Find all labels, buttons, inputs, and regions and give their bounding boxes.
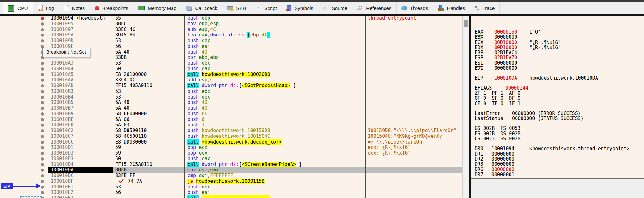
disasm-row[interactable]: 100010D4FF15 2C5A0110call dword ptr ds:[… <box>0 162 462 168</box>
tab-notes[interactable]: Notes <box>59 2 90 14</box>
disasm-row[interactable]: 100010CCE8 DD030000call <howdoesthiswork… <box>0 139 462 145</box>
disasm-row[interactable]: 1000109D53push ebx <box>0 38 462 44</box>
disasm-row[interactable]: 100010958BECmov ebp,esp <box>0 21 462 27</box>
register-value[interactable]: 100010DA <box>494 75 517 81</box>
register-value[interactable]: 00000000 <box>512 116 535 121</box>
disasm-row[interactable]: 100010BE6A 06push 6 <box>0 117 462 123</box>
disasm-row[interactable]: 100010DF74 7Aje howdoesthiswork.1000115B <box>0 179 462 184</box>
disasm-row[interactable]: 100010B453push ebx <box>0 94 462 100</box>
register-row[interactable]: EAX00000150L'Ő' <box>475 29 641 35</box>
register-row[interactable]: DR010001094<howdoesthiswork.thread_entry… <box>475 146 641 151</box>
tab-symbols[interactable]: Symbols <box>282 2 318 14</box>
register-value[interactable]: 00000244 <box>505 85 528 91</box>
register-value[interactable]: 00000000 <box>494 34 517 40</box>
tab-call-stack[interactable]: Call Stack <box>181 2 222 14</box>
disasm-row[interactable]: 100010E153push ebx <box>0 184 462 190</box>
breakpoint-dot[interactable] <box>41 118 44 121</box>
tab-trace[interactable]: Trace <box>470 2 500 14</box>
breakpoint-dot[interactable] <box>41 79 44 82</box>
register-row[interactable]: EBX00000000 <box>475 35 641 40</box>
breakpoint-dot[interactable] <box>41 73 44 76</box>
disasm-row[interactable]: 100010C268 D8590110push howdoesthiswork.… <box>0 128 462 134</box>
register-value[interactable]: 00000000 <box>512 111 535 116</box>
breakpoint-dot[interactable] <box>41 112 44 116</box>
register-row[interactable]: EDI00000000 <box>475 66 641 71</box>
breakpoint-dot[interactable] <box>41 169 44 172</box>
disasm-row[interactable]: 100010C768 4C500110push howdoesthiswork.… <box>0 134 462 139</box>
breakpoint-dot[interactable] <box>41 191 44 194</box>
register-value[interactable]: 00000000 <box>491 151 514 157</box>
register-row[interactable]: DR300000000 <box>475 162 641 167</box>
register-row[interactable]: ESI00000000 <box>475 61 641 66</box>
disasm-row[interactable]: 100010DA8BF0mov esi,eax <box>0 167 462 173</box>
disasm-row[interactable]: 100010E256push esi <box>0 190 462 195</box>
tab-seh[interactable]: SEH <box>222 2 251 14</box>
register-value[interactable]: 00000000 <box>491 167 514 172</box>
disasm-row[interactable]: 1000109A8D45 B4lea eax,dword ptr ss:[ebp… <box>0 32 462 38</box>
register-value[interactable]: 00000000 <box>494 60 517 66</box>
register-row[interactable]: DR200000000 <box>475 156 641 162</box>
disasm-row[interactable]: 100010A5E8 26100000call howdoesthiswork.… <box>0 72 462 78</box>
disasm-row[interactable]: 100010C06A 03push 3 <box>0 122 462 128</box>
breakpoint-dot[interactable] <box>41 62 44 65</box>
register-value[interactable]: 10001094 <box>491 146 514 151</box>
breakpoint-dot[interactable] <box>41 96 44 99</box>
disasm-row[interactable]: 100010D159pop ecxecx:"¿R›,¶\x16" <box>0 145 462 150</box>
disasm-scrollbar[interactable] <box>462 16 469 198</box>
register-row[interactable]: EIP100010DAhowdoesthiswork.100010DA <box>475 75 641 80</box>
disasm-row[interactable]: 100010A353push ebx <box>0 61 462 66</box>
register-row[interactable]: EBP02B1FAC4 <box>475 50 641 55</box>
register-row[interactable]: ECX00D10000"¿R›,¶\x16" <box>475 40 641 45</box>
register-value[interactable]: 00000000 <box>494 65 517 71</box>
register-row[interactable]: DR100000000 <box>475 151 641 156</box>
breakpoint-dot[interactable] <box>41 39 44 42</box>
tab-log[interactable]: Log <box>33 2 59 14</box>
breakpoint-dot[interactable] <box>41 146 44 149</box>
register-value[interactable]: 00000000 <box>491 161 514 167</box>
register-value[interactable]: 00000150 <box>494 29 517 35</box>
breakpoint-dot[interactable] <box>41 28 44 31</box>
tab-breakpoints[interactable]: Breakpoints <box>90 2 133 14</box>
disasm-row[interactable]: 10001094 <howdoesth55push ebpthread_entr… <box>0 16 462 21</box>
breakpoint-dot[interactable] <box>41 90 44 93</box>
disasm-row[interactable]: 100010ADFF15 405A0110call dword ptr ds:[… <box>0 83 462 89</box>
disasm-row[interactable]: 1000109783EC 4Csub esp,4C <box>0 27 462 33</box>
breakpoint-dot[interactable] <box>41 152 44 155</box>
register-row[interactable]: EDX00D10000"¿R›,¶\x16" <box>475 45 641 50</box>
register-value[interactable]: 02B1FAC4 <box>494 50 517 55</box>
breakpoint-dot[interactable] <box>41 163 44 166</box>
tab-handles[interactable]: Handles <box>433 2 470 14</box>
breakpoint-dot[interactable] <box>41 135 44 138</box>
breakpoint-dot[interactable] <box>41 124 44 127</box>
breakpoint-dot[interactable] <box>41 107 44 110</box>
register-value[interactable]: 00D10000 <box>494 45 517 50</box>
breakpoint-dot[interactable] <box>41 22 44 26</box>
tab-memory-map[interactable]: Memory Map <box>133 2 181 14</box>
register-row[interactable]: DR700000001 <box>475 172 641 177</box>
register-value[interactable]: 00D10000 <box>494 40 517 45</box>
breakpoint-dot[interactable] <box>41 101 44 104</box>
tab-cpu[interactable]: CPU <box>3 2 33 14</box>
breakpoint-dot[interactable] <box>41 174 44 177</box>
disasm-row[interactable]: 100010B56A 40push 40 <box>0 100 462 105</box>
disasm-row[interactable]: 100010B353push ebx <box>0 89 462 94</box>
disasm-row[interactable]: 100010D350push eax <box>0 156 462 162</box>
disasm-row[interactable]: 100010B76A 40push 40 <box>0 105 462 111</box>
breakpoint-dot[interactable] <box>41 157 44 161</box>
tab-source[interactable]: Source <box>318 2 352 14</box>
breakpoint-dot[interactable] <box>41 180 44 183</box>
disasm-row[interactable]: 100010D259pop ecxecx:"¿R›,¶\x16" <box>0 150 462 156</box>
breakpoint-dot[interactable] <box>41 141 44 144</box>
register-row[interactable]: EFLAGS00000244 <box>475 86 641 91</box>
register-row[interactable]: ESP02B1FA70 <box>475 55 641 60</box>
register-value[interactable]: 00000001 <box>491 172 514 177</box>
disasm-row[interactable]: 100010DC83FE FFcmp esi,FFFFFFFF <box>0 173 462 179</box>
breakpoint-dot[interactable] <box>41 129 44 132</box>
register-row[interactable]: LastError00000000 (ERROR_SUCCESS) <box>475 111 641 116</box>
tab-references[interactable]: References <box>352 2 396 14</box>
tab-threads[interactable]: Threads <box>397 2 433 14</box>
disasm-row[interactable]: 100010A450push eax <box>0 66 462 72</box>
disasm-row[interactable]: 100010AA83C4 0Cadd esp,C <box>0 77 462 83</box>
breakpoint-dot[interactable] <box>41 84 44 87</box>
register-row[interactable]: LastStatus00000000 (STATUS_SUCCESS) <box>475 116 641 121</box>
